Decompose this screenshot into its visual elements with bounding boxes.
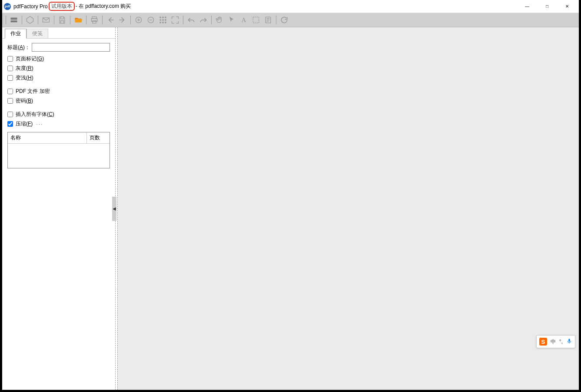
pointer-icon[interactable] bbox=[226, 14, 238, 26]
label-page-mark: 页面标记(G) bbox=[16, 55, 44, 63]
maximize-button[interactable]: □ bbox=[537, 0, 557, 13]
tab-note[interactable]: 便笺 bbox=[27, 29, 48, 38]
app-icon: pdf bbox=[4, 3, 11, 10]
save-icon[interactable] bbox=[56, 14, 68, 26]
list-body bbox=[8, 144, 110, 168]
svg-rect-6 bbox=[160, 17, 161, 18]
checkbox-encrypt[interactable] bbox=[7, 89, 13, 94]
select-area-icon[interactable] bbox=[250, 14, 262, 26]
trial-badge: 试用版本 bbox=[49, 2, 75, 11]
sidebar-panel: 作业 便笺 标题(A)： 页面标记(G) 灰度(R) 变浅(H) PDF 文件 … bbox=[2, 27, 116, 390]
compress-more-button[interactable]: ··· bbox=[36, 121, 43, 127]
ime-logo-icon[interactable]: S bbox=[539, 338, 547, 346]
col-name[interactable]: 名称 bbox=[8, 132, 87, 143]
checkbox-password[interactable] bbox=[7, 98, 13, 104]
svg-rect-10 bbox=[162, 19, 163, 20]
checkbox-compress[interactable] bbox=[7, 121, 13, 127]
label-encrypt: PDF 文件 加密 bbox=[16, 88, 50, 95]
job-list: 名称 页数 bbox=[7, 132, 110, 168]
svg-rect-12 bbox=[160, 22, 161, 23]
mail-icon[interactable] bbox=[40, 14, 52, 26]
separator bbox=[22, 16, 22, 24]
title-row: 标题(A)： bbox=[7, 43, 110, 52]
separator bbox=[183, 16, 183, 24]
separator bbox=[54, 16, 54, 24]
menu-button[interactable] bbox=[8, 14, 20, 26]
tab-job[interactable]: 作业 bbox=[5, 29, 27, 38]
zoom-out-icon[interactable] bbox=[145, 14, 157, 26]
thumbnails-icon[interactable] bbox=[157, 14, 169, 26]
ime-punct[interactable]: °, bbox=[559, 339, 563, 345]
pdf-icon[interactable] bbox=[24, 14, 36, 26]
print-icon[interactable] bbox=[88, 14, 100, 26]
svg-rect-8 bbox=[165, 17, 166, 18]
title-input[interactable] bbox=[32, 43, 110, 52]
minimize-button[interactable]: — bbox=[517, 0, 537, 13]
sidebar-tabs: 作业 便笺 bbox=[2, 27, 115, 39]
label-password: 密码(B) bbox=[16, 97, 33, 105]
undo-icon[interactable] bbox=[185, 14, 197, 26]
hand-icon[interactable] bbox=[213, 14, 226, 26]
separator bbox=[276, 16, 276, 24]
separator bbox=[86, 16, 86, 24]
close-button[interactable]: ✕ bbox=[557, 0, 577, 13]
svg-rect-3 bbox=[93, 21, 96, 23]
svg-rect-9 bbox=[160, 19, 161, 20]
checkbox-lighten[interactable] bbox=[7, 75, 13, 81]
label-embed-fonts: 插入所有字体(C) bbox=[16, 111, 54, 118]
microphone-icon[interactable] bbox=[566, 338, 572, 346]
checkbox-embed-fonts[interactable] bbox=[7, 112, 13, 117]
title-bar: pdf pdfFactory Pro 试用版本 - 在 pdffactory.c… bbox=[2, 0, 579, 13]
title-suffix: - 在 pdffactory.com 购买 bbox=[76, 3, 131, 10]
list-header: 名称 页数 bbox=[8, 132, 110, 144]
label-lighten: 变浅(H) bbox=[16, 74, 33, 82]
svg-rect-11 bbox=[165, 19, 166, 20]
svg-rect-14 bbox=[165, 22, 166, 23]
window-title: pdfFactory Pro 试用版本 - 在 pdffactory.com 购… bbox=[13, 2, 131, 11]
svg-rect-16 bbox=[253, 17, 259, 23]
separator bbox=[102, 16, 103, 24]
separator bbox=[6, 16, 6, 24]
title-label: 标题(A)： bbox=[7, 44, 30, 51]
separator bbox=[70, 16, 70, 24]
collapse-sidebar-button[interactable]: ◀ bbox=[112, 197, 116, 221]
note-icon[interactable] bbox=[262, 14, 274, 26]
forward-icon[interactable] bbox=[116, 14, 129, 26]
label-gray: 灰度(R) bbox=[16, 65, 33, 72]
app-name: pdfFactory Pro bbox=[13, 3, 48, 10]
refresh-icon[interactable] bbox=[278, 14, 290, 26]
main-toolbar: A bbox=[2, 13, 579, 27]
separator bbox=[130, 16, 131, 24]
separator bbox=[211, 16, 212, 24]
content-area: 作业 便笺 标题(A)： 页面标记(G) 灰度(R) 变浅(H) PDF 文件 … bbox=[2, 27, 579, 390]
open-icon[interactable] bbox=[72, 14, 84, 26]
checkbox-page-mark[interactable] bbox=[7, 56, 13, 62]
back-icon[interactable] bbox=[104, 14, 116, 26]
separator bbox=[38, 16, 38, 24]
zoom-in-icon[interactable] bbox=[133, 14, 145, 26]
col-pages[interactable]: 页数 bbox=[87, 132, 110, 143]
svg-text:A: A bbox=[242, 16, 246, 23]
document-viewer[interactable] bbox=[117, 27, 579, 390]
text-icon[interactable]: A bbox=[238, 14, 250, 26]
fullscreen-icon[interactable] bbox=[169, 14, 181, 26]
svg-rect-7 bbox=[162, 17, 163, 18]
window-controls: — □ ✕ bbox=[517, 0, 577, 13]
ime-lang[interactable]: 中 bbox=[551, 338, 556, 346]
label-compress: 压缩(F) bbox=[16, 120, 33, 128]
checkbox-gray[interactable] bbox=[7, 66, 13, 71]
redo-icon[interactable] bbox=[197, 14, 209, 26]
ime-toolbar[interactable]: S 中 °, bbox=[536, 335, 575, 348]
svg-rect-13 bbox=[162, 22, 163, 23]
job-panel: 标题(A)： 页面标记(G) 灰度(R) 变浅(H) PDF 文件 加密 密码(… bbox=[2, 39, 115, 173]
